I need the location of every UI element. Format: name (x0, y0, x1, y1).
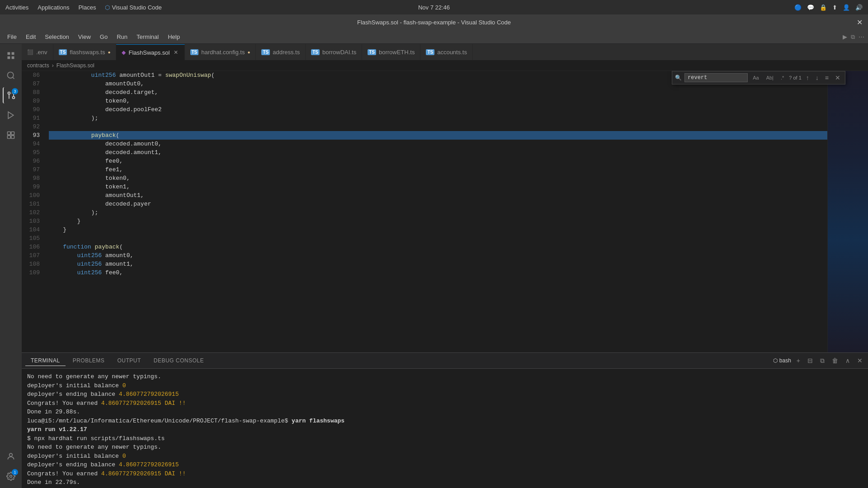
maximize-panel-button[interactable]: ∧ (844, 356, 852, 366)
tab-env[interactable]: ⬛ .env (22, 44, 53, 60)
accounts-icon[interactable] (3, 448, 19, 465)
code-line-101: decoded.payer (49, 200, 827, 208)
tab-label-address: address.ts (273, 49, 300, 56)
menu-go[interactable]: Go (96, 32, 111, 42)
menu-edit[interactable]: Edit (22, 32, 39, 42)
close-find-button[interactable]: ✕ (833, 73, 842, 82)
sys-icon-6: 🔊 (855, 4, 863, 11)
tab-borrowdai[interactable]: TS borrowDAI.ts (306, 44, 362, 60)
source-control-icon[interactable]: 3 (3, 87, 19, 103)
sys-icon-2: 💬 (807, 4, 814, 11)
menu-bar: File Edit Selection View Go Run Terminal… (0, 30, 868, 44)
tabs-bar: ⬛ .env TS flashswaps.ts ● ◆ FlashSwaps.s… (22, 44, 868, 60)
terminal-content[interactable]: No need to generate any newer typings. d… (22, 369, 868, 488)
menu-run[interactable]: Run (113, 32, 131, 42)
regex-button[interactable]: .* (778, 74, 786, 82)
tab-terminal[interactable]: TERMINAL (25, 356, 66, 366)
code-line-92 (49, 122, 827, 131)
ts-icon-hardhat: TS (190, 49, 199, 55)
ts-icon-borroweth: TS (368, 49, 376, 55)
close-panel-button[interactable]: ✕ (855, 356, 864, 366)
find-input[interactable] (684, 73, 748, 82)
applications-label[interactable]: Applications (38, 4, 69, 11)
svg-point-0 (8, 72, 14, 78)
find-prev-button[interactable]: ↑ (804, 73, 811, 82)
tab-flashswaps-ts[interactable]: TS flashswaps.ts ● (53, 44, 117, 60)
code-content[interactable]: uint256 amountOut1 = swapOnUniswap( amou… (45, 71, 827, 352)
close-tab-flashswaps-sol[interactable]: ✕ (173, 48, 179, 56)
run-debug-icon[interactable] (3, 107, 19, 123)
system-bar-center: Nov 7 22:46 (418, 4, 450, 11)
svg-rect-6 (8, 132, 11, 135)
svg-rect-7 (11, 132, 14, 135)
code-line-100: amountOut1, (49, 191, 827, 200)
menu-file[interactable]: File (4, 32, 20, 42)
minimap[interactable] (827, 71, 868, 352)
modified-dot-hardhat: ● (247, 50, 250, 55)
find-more-options[interactable]: ≡ (823, 73, 830, 82)
split-editor-icon[interactable]: ⧉ (851, 33, 855, 41)
new-terminal-button[interactable]: + (795, 356, 802, 366)
menu-view[interactable]: View (75, 32, 94, 42)
code-line-91: ); (49, 114, 827, 122)
tab-label-flashswaps-sol: FlashSwaps.sol (128, 49, 170, 56)
datetime: Nov 7 22:46 (418, 4, 450, 11)
main-layout: 3 1 ⬛ .env (0, 44, 868, 488)
vscode-label[interactable]: ⬡ Visual Studio Code (105, 4, 161, 11)
find-next-button[interactable]: ↓ (814, 73, 821, 82)
tab-accounts[interactable]: TS accounts.ts (420, 44, 473, 60)
code-line-97: fee1, (49, 165, 827, 174)
split-terminal-button[interactable]: ⊟ (806, 356, 815, 366)
tab-flashswaps-sol[interactable]: ◆ FlashSwaps.sol ✕ (116, 44, 184, 60)
tab-label-env: .env (36, 49, 47, 56)
tab-label-accounts: accounts.ts (437, 49, 467, 56)
editor-area: ⬛ .env TS flashswaps.ts ● ◆ FlashSwaps.s… (22, 44, 868, 352)
code-line-95: decoded.amount1, (49, 148, 827, 157)
terminal-line-3: deployer's ending balance 4.860772792026… (27, 390, 863, 399)
tab-label-borroweth: borrowETH.ts (379, 49, 415, 56)
ts-icon-address: TS (261, 49, 270, 55)
breadcrumb-separator: › (52, 62, 54, 69)
svg-marker-5 (8, 112, 14, 119)
source-control-badge: 3 (12, 88, 18, 94)
menu-terminal[interactable]: Terminal (133, 32, 162, 42)
close-window-button[interactable]: ✕ (857, 18, 863, 27)
run-icon[interactable]: ▶ (843, 33, 847, 41)
extensions-icon[interactable] (3, 127, 19, 143)
sys-icon-4: ⬆ (832, 4, 837, 11)
tab-problems[interactable]: PROBLEMS (67, 356, 110, 366)
sys-icon-3: 🔒 (820, 4, 827, 11)
kill-terminal-button[interactable]: 🗑 (830, 356, 840, 366)
code-line-88: decoded.target, (49, 88, 827, 97)
breadcrumb-contracts[interactable]: contracts (27, 62, 49, 69)
places-label[interactable]: Places (78, 4, 96, 11)
match-case-button[interactable]: Aa (750, 74, 761, 82)
explorer-icon[interactable] (3, 47, 19, 64)
tab-output[interactable]: OUTPUT (112, 356, 146, 366)
find-widget: 🔍 Aa Ab| .* ? of 1 ↑ ↓ ≡ ✕ (672, 71, 845, 84)
code-line-89: token0, (49, 97, 827, 105)
minimap-content (828, 71, 868, 352)
tab-label-flashswaps-ts: flashswaps.ts (70, 49, 105, 56)
sys-icon-1: 🔵 (794, 4, 802, 11)
settings-icon[interactable]: 1 (3, 468, 19, 484)
activities-label[interactable]: Activities (5, 4, 28, 11)
terminal-layout-button[interactable]: ⧉ (818, 356, 826, 366)
tab-address[interactable]: TS address.ts (256, 44, 306, 60)
more-actions-icon[interactable]: ⋯ (859, 33, 864, 41)
terminal-line-8: $ npx hardhat run scripts/flashswaps.ts (27, 434, 863, 443)
code-line-103: } (49, 217, 827, 225)
match-word-button[interactable]: Ab| (764, 74, 776, 82)
svg-point-3 (8, 92, 10, 94)
search-icon[interactable] (3, 67, 19, 84)
menu-selection[interactable]: Selection (41, 32, 72, 42)
code-line-107: uint256 amount0, (49, 251, 827, 260)
terminal-line-6: luca@i5:/mnt/luca/Informatica/Ethereum/U… (27, 417, 863, 426)
terminal-line-13: Done in 22.79s. (27, 478, 863, 487)
tab-debug-console[interactable]: DEBUG CONSOLE (148, 356, 209, 366)
breadcrumb-file[interactable]: FlashSwaps.sol (57, 62, 94, 69)
menu-help[interactable]: Help (164, 32, 184, 42)
tab-borroweth[interactable]: TS borrowETH.ts (362, 44, 420, 60)
tab-label-hardhat-config: hardhat.config.ts (201, 49, 245, 56)
tab-hardhat-config[interactable]: TS hardhat.config.ts ● (185, 44, 256, 60)
